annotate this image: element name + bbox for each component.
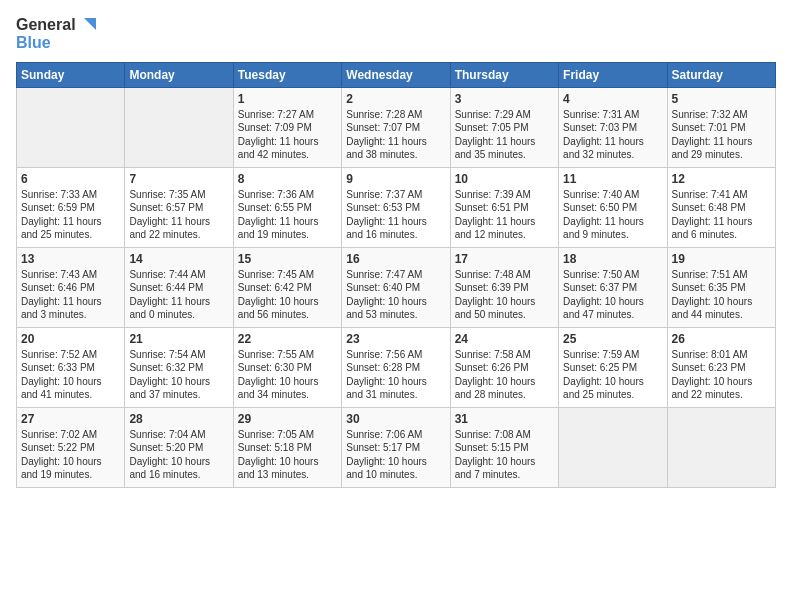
day-cell: 17Sunrise: 7:48 AMSunset: 6:39 PMDayligh…	[450, 247, 558, 327]
day-info: Sunrise: 7:31 AMSunset: 7:03 PMDaylight:…	[563, 108, 662, 162]
day-number: 9	[346, 172, 445, 186]
day-info: Sunrise: 7:45 AMSunset: 6:42 PMDaylight:…	[238, 268, 337, 322]
day-number: 13	[21, 252, 120, 266]
col-header-monday: Monday	[125, 62, 233, 87]
logo-text: General Blue	[16, 16, 96, 52]
day-number: 12	[672, 172, 771, 186]
col-header-sunday: Sunday	[17, 62, 125, 87]
day-number: 5	[672, 92, 771, 106]
day-number: 28	[129, 412, 228, 426]
day-info: Sunrise: 7:33 AMSunset: 6:59 PMDaylight:…	[21, 188, 120, 242]
day-cell: 26Sunrise: 8:01 AMSunset: 6:23 PMDayligh…	[667, 327, 775, 407]
day-info: Sunrise: 7:58 AMSunset: 6:26 PMDaylight:…	[455, 348, 554, 402]
day-number: 18	[563, 252, 662, 266]
day-number: 10	[455, 172, 554, 186]
day-cell	[17, 87, 125, 167]
day-cell: 6Sunrise: 7:33 AMSunset: 6:59 PMDaylight…	[17, 167, 125, 247]
day-number: 3	[455, 92, 554, 106]
day-number: 17	[455, 252, 554, 266]
day-cell: 18Sunrise: 7:50 AMSunset: 6:37 PMDayligh…	[559, 247, 667, 327]
day-info: Sunrise: 7:40 AMSunset: 6:50 PMDaylight:…	[563, 188, 662, 242]
day-info: Sunrise: 7:56 AMSunset: 6:28 PMDaylight:…	[346, 348, 445, 402]
day-cell: 2Sunrise: 7:28 AMSunset: 7:07 PMDaylight…	[342, 87, 450, 167]
day-info: Sunrise: 7:41 AMSunset: 6:48 PMDaylight:…	[672, 188, 771, 242]
day-number: 16	[346, 252, 445, 266]
day-cell: 15Sunrise: 7:45 AMSunset: 6:42 PMDayligh…	[233, 247, 341, 327]
week-row-5: 27Sunrise: 7:02 AMSunset: 5:22 PMDayligh…	[17, 407, 776, 487]
day-cell: 12Sunrise: 7:41 AMSunset: 6:48 PMDayligh…	[667, 167, 775, 247]
col-header-tuesday: Tuesday	[233, 62, 341, 87]
day-cell: 22Sunrise: 7:55 AMSunset: 6:30 PMDayligh…	[233, 327, 341, 407]
day-number: 25	[563, 332, 662, 346]
day-info: Sunrise: 7:28 AMSunset: 7:07 PMDaylight:…	[346, 108, 445, 162]
day-number: 24	[455, 332, 554, 346]
day-info: Sunrise: 7:05 AMSunset: 5:18 PMDaylight:…	[238, 428, 337, 482]
day-cell: 30Sunrise: 7:06 AMSunset: 5:17 PMDayligh…	[342, 407, 450, 487]
day-cell: 11Sunrise: 7:40 AMSunset: 6:50 PMDayligh…	[559, 167, 667, 247]
day-cell: 16Sunrise: 7:47 AMSunset: 6:40 PMDayligh…	[342, 247, 450, 327]
day-number: 2	[346, 92, 445, 106]
header: General Blue	[16, 16, 776, 52]
day-number: 11	[563, 172, 662, 186]
day-cell: 9Sunrise: 7:37 AMSunset: 6:53 PMDaylight…	[342, 167, 450, 247]
day-info: Sunrise: 7:27 AMSunset: 7:09 PMDaylight:…	[238, 108, 337, 162]
day-number: 7	[129, 172, 228, 186]
day-cell: 14Sunrise: 7:44 AMSunset: 6:44 PMDayligh…	[125, 247, 233, 327]
day-cell: 31Sunrise: 7:08 AMSunset: 5:15 PMDayligh…	[450, 407, 558, 487]
col-header-thursday: Thursday	[450, 62, 558, 87]
day-cell: 5Sunrise: 7:32 AMSunset: 7:01 PMDaylight…	[667, 87, 775, 167]
day-cell: 29Sunrise: 7:05 AMSunset: 5:18 PMDayligh…	[233, 407, 341, 487]
page: General Blue SundayMondayTuesdayWednesda…	[0, 0, 792, 498]
day-number: 19	[672, 252, 771, 266]
day-cell	[667, 407, 775, 487]
svg-marker-0	[84, 18, 96, 30]
day-number: 23	[346, 332, 445, 346]
week-row-3: 13Sunrise: 7:43 AMSunset: 6:46 PMDayligh…	[17, 247, 776, 327]
logo-general: General	[16, 16, 76, 34]
day-number: 14	[129, 252, 228, 266]
col-header-wednesday: Wednesday	[342, 62, 450, 87]
day-number: 6	[21, 172, 120, 186]
week-row-1: 1Sunrise: 7:27 AMSunset: 7:09 PMDaylight…	[17, 87, 776, 167]
day-cell: 13Sunrise: 7:43 AMSunset: 6:46 PMDayligh…	[17, 247, 125, 327]
day-info: Sunrise: 7:44 AMSunset: 6:44 PMDaylight:…	[129, 268, 228, 322]
day-info: Sunrise: 7:50 AMSunset: 6:37 PMDaylight:…	[563, 268, 662, 322]
day-number: 30	[346, 412, 445, 426]
day-cell: 4Sunrise: 7:31 AMSunset: 7:03 PMDaylight…	[559, 87, 667, 167]
day-cell: 24Sunrise: 7:58 AMSunset: 6:26 PMDayligh…	[450, 327, 558, 407]
day-cell: 21Sunrise: 7:54 AMSunset: 6:32 PMDayligh…	[125, 327, 233, 407]
day-number: 29	[238, 412, 337, 426]
day-number: 1	[238, 92, 337, 106]
day-cell	[125, 87, 233, 167]
day-info: Sunrise: 7:08 AMSunset: 5:15 PMDaylight:…	[455, 428, 554, 482]
day-info: Sunrise: 7:59 AMSunset: 6:25 PMDaylight:…	[563, 348, 662, 402]
day-info: Sunrise: 7:04 AMSunset: 5:20 PMDaylight:…	[129, 428, 228, 482]
day-cell: 10Sunrise: 7:39 AMSunset: 6:51 PMDayligh…	[450, 167, 558, 247]
day-number: 27	[21, 412, 120, 426]
col-header-friday: Friday	[559, 62, 667, 87]
logo-triangle-icon	[78, 16, 96, 34]
logo-blue: Blue	[16, 34, 51, 51]
day-number: 8	[238, 172, 337, 186]
day-info: Sunrise: 7:06 AMSunset: 5:17 PMDaylight:…	[346, 428, 445, 482]
day-number: 15	[238, 252, 337, 266]
day-number: 21	[129, 332, 228, 346]
day-cell: 1Sunrise: 7:27 AMSunset: 7:09 PMDaylight…	[233, 87, 341, 167]
day-info: Sunrise: 7:29 AMSunset: 7:05 PMDaylight:…	[455, 108, 554, 162]
day-cell: 28Sunrise: 7:04 AMSunset: 5:20 PMDayligh…	[125, 407, 233, 487]
week-row-4: 20Sunrise: 7:52 AMSunset: 6:33 PMDayligh…	[17, 327, 776, 407]
day-cell: 23Sunrise: 7:56 AMSunset: 6:28 PMDayligh…	[342, 327, 450, 407]
day-number: 4	[563, 92, 662, 106]
day-info: Sunrise: 7:37 AMSunset: 6:53 PMDaylight:…	[346, 188, 445, 242]
day-cell: 7Sunrise: 7:35 AMSunset: 6:57 PMDaylight…	[125, 167, 233, 247]
calendar-table: SundayMondayTuesdayWednesdayThursdayFrid…	[16, 62, 776, 488]
week-row-2: 6Sunrise: 7:33 AMSunset: 6:59 PMDaylight…	[17, 167, 776, 247]
day-cell	[559, 407, 667, 487]
day-number: 31	[455, 412, 554, 426]
day-number: 22	[238, 332, 337, 346]
day-info: Sunrise: 7:43 AMSunset: 6:46 PMDaylight:…	[21, 268, 120, 322]
day-info: Sunrise: 7:02 AMSunset: 5:22 PMDaylight:…	[21, 428, 120, 482]
day-cell: 3Sunrise: 7:29 AMSunset: 7:05 PMDaylight…	[450, 87, 558, 167]
day-info: Sunrise: 8:01 AMSunset: 6:23 PMDaylight:…	[672, 348, 771, 402]
day-cell: 8Sunrise: 7:36 AMSunset: 6:55 PMDaylight…	[233, 167, 341, 247]
